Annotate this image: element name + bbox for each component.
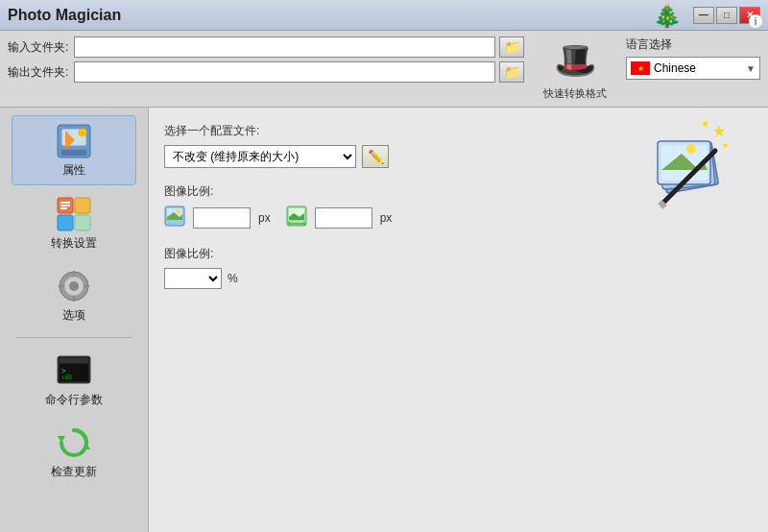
height-unit: px bbox=[380, 211, 393, 225]
sidebar-label-convert-settings: 转换设置 bbox=[51, 235, 97, 252]
width-unit: px bbox=[258, 211, 271, 225]
options-icon bbox=[55, 267, 93, 305]
minimize-button[interactable]: — bbox=[693, 7, 714, 24]
input-folder-row: 输入文件夹: 📁 bbox=[8, 36, 524, 58]
svg-text:★: ★ bbox=[712, 123, 726, 139]
quick-convert-icon: 🎩 bbox=[551, 36, 599, 85]
christmas-tree-icon: 🎄 bbox=[653, 2, 682, 29]
svg-text:cmd: cmd bbox=[61, 374, 72, 380]
svg-marker-20 bbox=[58, 436, 65, 443]
width-icon bbox=[164, 206, 185, 230]
svg-text:★: ★ bbox=[722, 141, 729, 150]
sidebar-label-options: 选项 bbox=[62, 307, 85, 324]
svg-rect-7 bbox=[58, 215, 73, 230]
image-size-section-2: 图像比例: % bbox=[164, 246, 753, 289]
output-folder-browse-button[interactable]: 📁 bbox=[499, 61, 524, 83]
sidebar-item-check-update[interactable]: 检查更新 bbox=[12, 418, 136, 486]
percent-select[interactable] bbox=[164, 268, 222, 289]
info-icon[interactable]: i bbox=[749, 14, 762, 28]
sidebar-label-properties: 属性 bbox=[62, 162, 85, 179]
image-size-label-2: 图像比例: bbox=[164, 246, 753, 262]
quick-convert-label: 快速转换格式 bbox=[543, 86, 607, 101]
svg-rect-8 bbox=[75, 215, 90, 230]
sidebar-item-properties[interactable]: 属性 bbox=[12, 115, 136, 185]
sidebar-item-cmd-params[interactable]: >_ cmd 命令行参数 bbox=[12, 346, 136, 414]
language-label: 语言选择 bbox=[626, 36, 760, 53]
svg-point-34 bbox=[177, 209, 181, 214]
sidebar-item-options[interactable]: 选项 bbox=[12, 261, 136, 329]
height-input[interactable] bbox=[315, 207, 372, 229]
file-inputs-section: 输入文件夹: 📁 输出文件夹: 📁 bbox=[8, 36, 524, 83]
quick-convert-button[interactable]: 🎩 快速转换格式 bbox=[532, 36, 618, 101]
edit-config-button[interactable]: ✏️ bbox=[362, 145, 389, 168]
main-content: 属性 转换设置 bbox=[0, 108, 768, 532]
language-section: 语言选择 ★ Chinese ▼ bbox=[626, 36, 760, 80]
app-title: Photo Magician bbox=[8, 7, 693, 24]
svg-rect-6 bbox=[75, 198, 90, 213]
svg-point-26 bbox=[686, 144, 696, 154]
output-folder-row: 输出文件夹: 📁 bbox=[8, 61, 524, 83]
content-panel: ★ ★ ★ 选择一个配置文件: 不改变 (维持原来的大小) ✏️ 图像比例: bbox=[149, 108, 768, 532]
language-selector[interactable]: ★ Chinese ▼ bbox=[626, 57, 760, 80]
output-folder-label: 输出文件夹: bbox=[8, 64, 70, 81]
magic-wand-decoration: ★ ★ ★ bbox=[634, 117, 749, 232]
check-update-icon bbox=[55, 423, 93, 462]
sidebar: 属性 转换设置 bbox=[0, 108, 149, 532]
dropdown-arrow-icon: ▼ bbox=[746, 63, 756, 74]
convert-settings-icon bbox=[55, 195, 93, 233]
language-name: Chinese bbox=[654, 61, 742, 75]
input-folder-browse-button[interactable]: 📁 bbox=[499, 36, 524, 58]
properties-icon bbox=[55, 122, 93, 160]
top-area: 输入文件夹: 📁 输出文件夹: 📁 🎩 快速转换格式 语言选择 ★ Chines… bbox=[0, 31, 768, 108]
config-select[interactable]: 不改变 (维持原来的大小) bbox=[164, 145, 356, 168]
title-bar: Photo Magician 🎄 — □ ✕ i bbox=[0, 0, 768, 31]
sidebar-label-cmd-params: 命令行参数 bbox=[45, 392, 103, 408]
percent-row: % bbox=[164, 268, 753, 289]
input-folder-label: 输入文件夹: bbox=[8, 39, 70, 56]
sidebar-divider bbox=[16, 337, 132, 338]
sidebar-label-check-update: 检查更新 bbox=[51, 464, 97, 480]
input-folder-input[interactable] bbox=[74, 36, 495, 58]
height-icon bbox=[286, 206, 307, 230]
svg-rect-17 bbox=[60, 358, 88, 363]
percent-symbol: % bbox=[228, 272, 238, 285]
output-folder-input[interactable] bbox=[74, 61, 495, 83]
maximize-button[interactable]: □ bbox=[716, 7, 737, 24]
sidebar-item-convert-settings[interactable]: 转换设置 bbox=[12, 189, 136, 257]
flag-icon: ★ bbox=[631, 61, 650, 75]
width-input[interactable] bbox=[193, 207, 251, 229]
svg-rect-3 bbox=[61, 150, 86, 156]
svg-text:★: ★ bbox=[701, 118, 709, 129]
cmd-params-icon: >_ cmd bbox=[55, 351, 93, 390]
svg-marker-21 bbox=[83, 443, 90, 449]
svg-point-14 bbox=[69, 281, 79, 291]
